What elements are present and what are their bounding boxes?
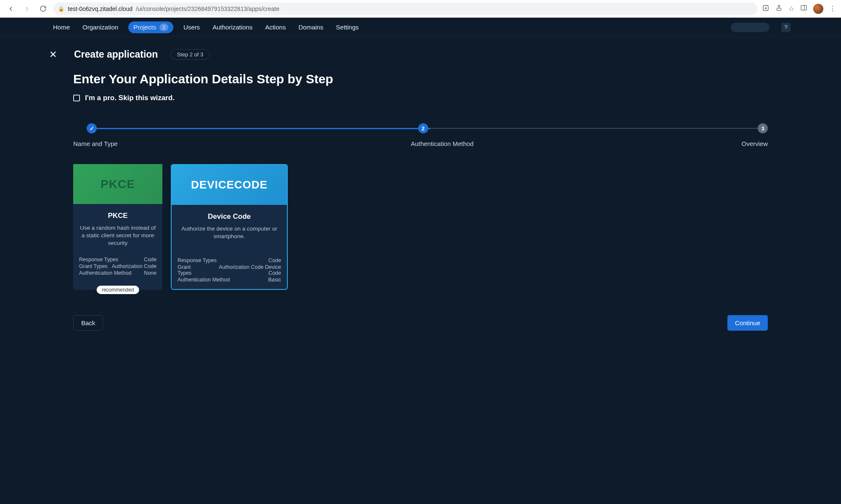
nav-organization[interactable]: Organization (80, 21, 121, 33)
nav-projects-label: Projects (133, 24, 156, 31)
app-root: Home Organization Projects2 Users Author… (0, 18, 841, 504)
recommended-badge: recommended (97, 286, 139, 294)
card-devicecode[interactable]: DEVICECODE Device Code Authorize the dev… (171, 164, 288, 290)
svg-rect-2 (801, 5, 807, 10)
nav-projects-badge: 2 (159, 24, 168, 31)
step-3-label: Overview (741, 140, 768, 147)
browser-chrome: 🔒 test-0o6zvq.zitadel.cloud/ui/console/p… (0, 0, 841, 18)
device-row1-value: Code (268, 257, 281, 263)
device-row1-label: Response Types (178, 257, 217, 263)
card-pkce-description: Use a random hash instead of a static cl… (79, 224, 157, 249)
url-host: test-0o6zvq.zitadel.cloud (68, 5, 133, 12)
wizard-footer: Back Continue (73, 315, 768, 331)
pkce-row1-label: Response Types (79, 257, 118, 263)
pro-mode-checkbox-row[interactable]: I'm a pro. Skip this wizard. (73, 94, 791, 102)
browser-forward-button[interactable] (21, 3, 33, 15)
pro-mode-label: I'm a pro. Skip this wizard. (85, 94, 175, 102)
close-icon[interactable]: ✕ (49, 49, 57, 60)
step-node-3[interactable]: 3 (758, 123, 768, 133)
profile-avatar[interactable] (813, 4, 823, 14)
section-title: Enter Your Application Details Step by S… (73, 72, 791, 86)
page-title: Create application (74, 49, 158, 60)
nav-help-button[interactable]: ? (781, 23, 791, 32)
nav-actions[interactable]: Actions (263, 21, 288, 33)
browser-url-bar[interactable]: 🔒 test-0o6zvq.zitadel.cloud/ui/console/p… (53, 3, 758, 15)
top-nav: Home Organization Projects2 Users Author… (0, 18, 841, 37)
card-pkce-title: PKCE (79, 212, 157, 220)
step-2-label: Authentication Method (411, 140, 473, 147)
pkce-row2-label: Grant Types (79, 263, 108, 269)
device-row2-value: Authorization Code Device Code (208, 264, 281, 276)
pkce-row1-value: Code (144, 257, 157, 263)
nav-settings[interactable]: Settings (334, 21, 361, 33)
card-pkce[interactable]: PKCE PKCE Use a random hash instead of a… (73, 164, 162, 290)
nav-home[interactable]: Home (50, 21, 72, 33)
browser-reload-button[interactable] (37, 3, 49, 15)
url-path: /ui/console/projects/232684979153322813/… (136, 5, 279, 12)
continue-button[interactable]: Continue (727, 315, 768, 331)
share-icon[interactable] (775, 4, 783, 13)
pkce-row3-value: None (144, 270, 157, 276)
device-row2-label: Grant Types (178, 264, 205, 276)
card-devicecode-description: Authorize the device on a computer or sm… (178, 225, 281, 250)
step-3-badge: 3 (758, 123, 768, 133)
step-node-1[interactable]: ✓ (87, 123, 97, 133)
panel-icon[interactable] (800, 4, 807, 13)
stepper: ✓ 2 3 (73, 123, 768, 133)
install-app-icon[interactable] (762, 4, 769, 13)
card-pkce-header: PKCE (73, 164, 162, 204)
device-row3-label: Authentication Method (178, 277, 230, 283)
card-devicecode-title: Device Code (178, 212, 281, 221)
nav-domains[interactable]: Domains (296, 21, 326, 33)
pro-mode-checkbox[interactable] (73, 95, 80, 101)
pkce-row2-value: Authorization Code (112, 263, 157, 269)
step-1-label: Name and Type (73, 140, 118, 147)
page-content: ✕ Create application Step 2 of 3 Enter Y… (0, 37, 841, 347)
card-pkce-details: Response TypesCode Grant TypesAuthorizat… (79, 256, 157, 276)
step-1-badge: ✓ (87, 123, 97, 133)
step-indicator-chip: Step 2 of 3 (170, 49, 210, 60)
back-button[interactable]: Back (73, 315, 103, 331)
step-2-badge: 2 (418, 123, 428, 133)
card-devicecode-details: Response TypesCode Grant TypesAuthorizat… (178, 257, 281, 283)
nav-authorizations[interactable]: Authorizations (210, 21, 255, 33)
kebab-menu-icon[interactable]: ⋮ (829, 5, 836, 13)
nav-projects[interactable]: Projects2 (128, 21, 173, 33)
device-row3-value: Basic (268, 277, 281, 283)
step-node-2[interactable]: 2 (418, 123, 428, 133)
lock-icon: 🔒 (58, 6, 64, 12)
auth-method-cards: PKCE PKCE Use a random hash instead of a… (73, 164, 791, 290)
nav-users[interactable]: Users (181, 21, 202, 33)
card-devicecode-header: DEVICECODE (172, 165, 287, 205)
browser-back-button[interactable] (5, 3, 17, 15)
nav-secondary-pill[interactable] (731, 23, 769, 32)
pkce-row3-label: Authentication Method (79, 270, 131, 276)
stepper-labels: Name and Type Authentication Method Over… (73, 140, 768, 147)
bookmark-star-icon[interactable]: ☆ (788, 5, 794, 13)
